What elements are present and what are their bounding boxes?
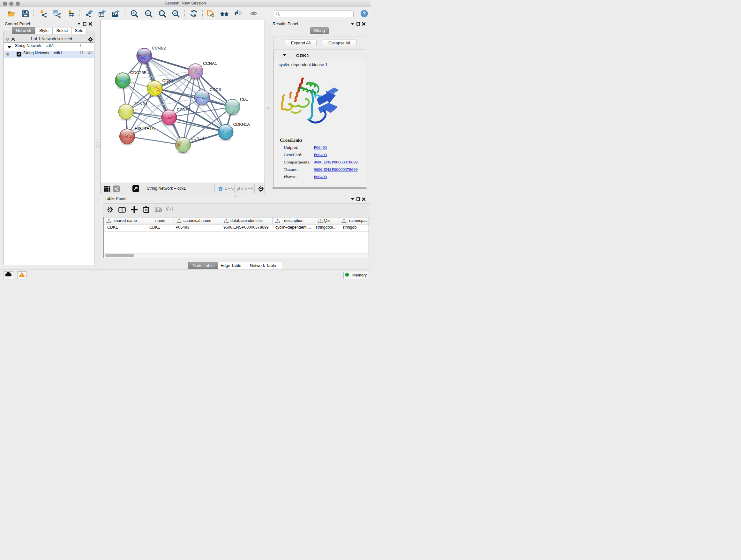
svg-text:CDK1: CDK1 xyxy=(162,78,174,83)
svg-text:CDKN1A: CDKN1A xyxy=(233,122,250,127)
svg-text:CDC25B: CDC25B xyxy=(130,70,146,75)
svg-text:CCNA2: CCNA2 xyxy=(177,107,191,112)
svg-text:CCNE1: CCNE1 xyxy=(191,136,205,140)
svg-text:CDC6: CDC6 xyxy=(210,87,221,92)
svg-text:HIST1H1A: HIST1H1A xyxy=(135,126,154,131)
svg-text:CCNA1: CCNA1 xyxy=(203,61,217,66)
svg-text:RB1: RB1 xyxy=(240,97,248,102)
svg-text:CCNB2: CCNB2 xyxy=(152,46,166,51)
svg-text:?: ? xyxy=(363,11,366,16)
svg-text:CCNB1: CCNB1 xyxy=(134,102,148,106)
